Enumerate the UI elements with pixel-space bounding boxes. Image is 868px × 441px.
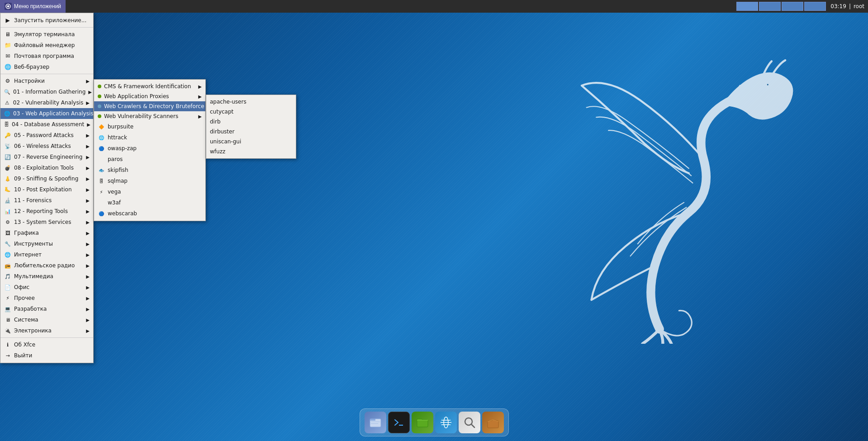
- menu-item-browser[interactable]: 🌐 Веб-браузер: [0, 62, 93, 72]
- system-icon: 🖥: [4, 316, 11, 323]
- dock: [360, 408, 509, 436]
- menu-item-cat13[interactable]: ⚙ 13 - System Services ▶: [0, 217, 93, 228]
- submenu-item-crawlers[interactable]: Web Crawlers & Directory Bruteforce ▶: [94, 101, 205, 111]
- cat04-arrow-icon: ▶: [87, 122, 90, 127]
- skipfish-icon: 🐟: [98, 166, 105, 174]
- taskbar-top: Меню приложений 03:19 | root: [0, 0, 868, 13]
- menu-item-tools[interactable]: 🔧 Инструменты ▶: [0, 238, 93, 249]
- menu-item-dev[interactable]: 💻 Разработка ▶: [0, 303, 93, 314]
- dock-icon-search[interactable]: [459, 412, 480, 433]
- submenu-item-wfuzz[interactable]: wfuzz: [206, 147, 296, 156]
- menu-item-about[interactable]: ℹ Об Xfce: [0, 339, 93, 350]
- menu-item-graphics[interactable]: 🖼 Графика ▶: [0, 228, 93, 238]
- office-icon: 📄: [4, 284, 11, 291]
- other-arrow-icon: ▶: [86, 296, 90, 301]
- cat08-icon: 💣: [4, 164, 11, 171]
- menu-item-system[interactable]: 🖥 Система ▶: [0, 314, 93, 325]
- cat05-icon: 🔑: [4, 132, 11, 139]
- menu-item-electronics[interactable]: 🔌 Электроника ▶: [0, 325, 93, 336]
- taskbar-workspace-boxes: [736, 2, 826, 11]
- cat09-arrow-icon: ▶: [86, 176, 90, 181]
- menu-item-cat08[interactable]: 💣 08 - Exploitation Tools ▶: [0, 162, 93, 173]
- menu-item-cat06[interactable]: 📡 06 - Wireless Attacks ▶: [0, 141, 93, 152]
- submenu-item-burpsuite[interactable]: 🔶 burpsuite: [94, 121, 205, 132]
- dock-icon-terminal[interactable]: [388, 412, 410, 433]
- menu-item-office[interactable]: 📄 Офис ▶: [0, 282, 93, 293]
- submenu-item-httrack[interactable]: 🌐 httrack: [94, 132, 205, 143]
- workspace-4[interactable]: [804, 2, 826, 11]
- cat12-arrow-icon: ▶: [86, 209, 90, 214]
- submenu-item-cutycapt[interactable]: cutycapt: [206, 107, 296, 117]
- menu-item-other[interactable]: ⚡ Прочее ▶: [0, 293, 93, 303]
- kali-logo-icon: [5, 3, 12, 10]
- submenu-item-vega[interactable]: ⚡ vega: [94, 186, 205, 197]
- menu-item-logout[interactable]: → Выйти: [0, 350, 93, 361]
- terminal-menu-icon: 🖥: [4, 31, 11, 38]
- menu-item-multimedia[interactable]: 🎵 Мультимедиа ▶: [0, 271, 93, 282]
- cat03-icon: 🌐: [4, 110, 10, 117]
- cat02-icon: ⚠: [4, 99, 10, 106]
- menu-item-cat04[interactable]: 🗄 04 - Database Assessment ▶: [0, 119, 93, 130]
- cat08-arrow-icon: ▶: [86, 166, 90, 171]
- menu-item-cat12[interactable]: 📊 12 - Reporting Tools ▶: [0, 206, 93, 217]
- menu-item-cat03[interactable]: 🌐 03 - Web Application Analysis ▶: [0, 108, 93, 119]
- menu-item-internet[interactable]: 🌐 Интернет ▶: [0, 249, 93, 260]
- svg-rect-7: [393, 417, 405, 428]
- menu-item-cat11[interactable]: 🔬 11 - Forensics ▶: [0, 195, 93, 206]
- menu-item-amateur-radio[interactable]: 📻 Любительское радио ▶: [0, 260, 93, 271]
- submenu-item-proxies[interactable]: Web Application Proxies ▶: [94, 91, 205, 101]
- submenu-crawlers: apache-users cutycapt dirb dirbuster uni…: [206, 95, 296, 159]
- menu-item-launch-app[interactable]: ▶ Запустить приложение...: [0, 15, 93, 26]
- menu-item-cat05[interactable]: 🔑 05 - Password Attacks ▶: [0, 130, 93, 141]
- submenu-item-webscarab[interactable]: 🔵 webscarab: [94, 208, 205, 219]
- workspace-3[interactable]: [782, 2, 803, 11]
- app-menu-button[interactable]: Меню приложений: [0, 0, 66, 13]
- menu-item-cat07[interactable]: 🔄 07 - Reverse Engineering ▶: [0, 152, 93, 162]
- menu-item-cat09[interactable]: 👃 09 - Sniffing & Spoofing ▶: [0, 173, 93, 184]
- svg-line-15: [471, 424, 474, 427]
- submenu-item-w3af[interactable]: w3af: [94, 197, 205, 208]
- launch-icon: ▶: [4, 17, 11, 24]
- submenu-item-dirb[interactable]: dirb: [206, 117, 296, 127]
- menu-item-cat01[interactable]: 🔍 01 - Information Gathering ▶: [0, 86, 93, 97]
- cat11-icon: 🔬: [4, 197, 11, 204]
- menu-item-cat10[interactable]: 🦶 10 - Post Exploitation ▶: [0, 184, 93, 195]
- menu-item-filemanager[interactable]: 📁 Файловый менеджер: [0, 40, 93, 51]
- owasp-zap-icon: 🔵: [98, 145, 105, 152]
- workspace-1[interactable]: [736, 2, 758, 11]
- submenu-item-owasp-zap[interactable]: 🔵 owasp-zap: [94, 143, 205, 154]
- submenu-item-apache-users[interactable]: apache-users: [206, 97, 296, 107]
- cat07-arrow-icon: ▶: [86, 155, 90, 160]
- submenu-item-dirbuster[interactable]: dirbuster: [206, 127, 296, 137]
- menu-item-terminal[interactable]: 🖥 Эмулятор терминала: [0, 29, 93, 40]
- cat07-icon: 🔄: [4, 153, 11, 161]
- dock-icon-folder[interactable]: [412, 412, 433, 433]
- workspace-2[interactable]: [759, 2, 781, 11]
- submenu-item-skipfish[interactable]: 🐟 skipfish: [94, 165, 205, 175]
- proxies-bullet-icon: [98, 95, 101, 98]
- menu-item-mail[interactable]: ✉ Почтовая программа: [0, 51, 93, 62]
- menu-item-cat02[interactable]: ⚠ 02 - Vulnerability Analysis ▶: [0, 97, 93, 108]
- sqlmap-icon: 🗄: [98, 177, 105, 185]
- dock-icon-files[interactable]: [365, 412, 386, 433]
- dock-icon-home[interactable]: [482, 412, 504, 433]
- svg-rect-4: [370, 419, 375, 421]
- submenu-item-sqlmap[interactable]: 🗄 sqlmap: [94, 175, 205, 186]
- submenu-item-scanners[interactable]: Web Vulnerability Scanners ▶: [94, 111, 205, 121]
- cms-arrow-icon: ▶: [198, 84, 202, 89]
- office-arrow-icon: ▶: [86, 285, 90, 290]
- menu-item-settings[interactable]: ⚙ Настройки ▶: [0, 76, 93, 86]
- cms-bullet-icon: [98, 85, 101, 88]
- desktop: Меню приложений 03:19 | root ▶ Запустить…: [0, 0, 868, 441]
- svg-rect-6: [371, 423, 378, 424]
- w3af-icon: [98, 199, 105, 206]
- multimedia-arrow-icon: ▶: [86, 274, 90, 279]
- paros-icon: [98, 156, 105, 163]
- dock-icon-network[interactable]: [435, 412, 457, 433]
- submenu-item-cms[interactable]: CMS & Framework Identification ▶: [94, 81, 205, 91]
- submenu-item-paros[interactable]: paros: [94, 154, 205, 165]
- cat12-icon: 📊: [4, 208, 11, 215]
- submenu-item-uniscan-gui[interactable]: uniscan-gui: [206, 137, 296, 147]
- submenu-web-app: CMS & Framework Identification ▶ Web App…: [94, 79, 206, 221]
- user-label: root: [854, 3, 864, 9]
